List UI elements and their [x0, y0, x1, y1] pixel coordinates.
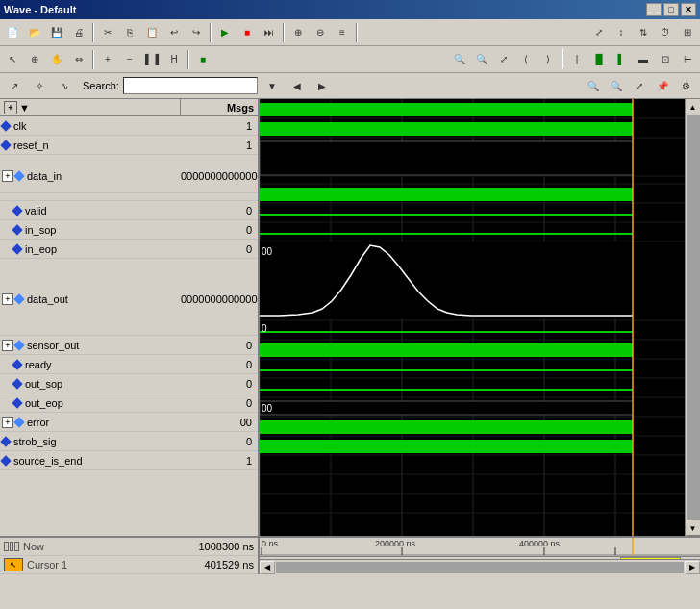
add-signal-button[interactable]: + [97, 49, 118, 70]
zoom-prev-button[interactable]: ⟨ [515, 49, 537, 70]
svg-text:00: 00 [262, 246, 273, 257]
data-in-expand[interactable]: + [2, 170, 13, 182]
main-area: + ▼ Msgs clk 1 reset_n 1 + [0, 99, 700, 536]
zoom-next-button[interactable]: ⟩ [538, 49, 559, 70]
error-expand[interactable]: + [2, 417, 13, 428]
search-input[interactable] [123, 77, 258, 94]
data-out-value: 00000000000000... [181, 290, 258, 305]
signal-header: + ▼ Msgs [0, 99, 258, 116]
hex-button[interactable]: H [163, 49, 185, 70]
h-scrollbar[interactable]: ◀ ▶ [260, 559, 700, 574]
scroll-up-button[interactable]: ▲ [686, 99, 701, 114]
options-button[interactable]: ⚙ [675, 75, 696, 96]
header-expand[interactable]: + [4, 101, 17, 114]
scroll-left-button[interactable]: ◀ [260, 561, 275, 574]
zoom-in3-button[interactable]: 🔍 [583, 75, 604, 96]
save-button[interactable]: 💾 [46, 22, 67, 43]
error-icon [13, 417, 24, 427]
cut-button[interactable]: ✂ [97, 22, 118, 43]
search-next-button[interactable]: ▶ [312, 75, 333, 96]
print-button[interactable]: 🖨 [68, 22, 89, 43]
del-signal-button[interactable]: − [119, 49, 140, 70]
signal-row-data-in: + data_in 00000000000000... [0, 155, 258, 193]
measure-button[interactable]: ⇔ [68, 49, 89, 70]
data-out-expand[interactable]: + [2, 293, 13, 305]
status-icon2 [10, 542, 14, 551]
now-label: Now [23, 541, 44, 552]
signal-row-in-sop: in_sop 0 [0, 220, 258, 240]
snap-grid-button[interactable]: ⊡ [655, 49, 676, 70]
wave-add-button[interactable]: ⊕ [288, 22, 309, 43]
wave-shape-button[interactable]: █ [588, 49, 610, 70]
data-in-icon [13, 170, 24, 181]
scroll-track[interactable] [687, 115, 700, 520]
snap-button[interactable]: ⊞ [677, 22, 698, 43]
signal-row-reset-n: reset_n 1 [0, 136, 258, 155]
wave-del-button[interactable]: ⊖ [310, 22, 331, 43]
search-dropdown-button[interactable]: ▼ [262, 75, 283, 96]
svg-rect-26 [260, 122, 633, 136]
sensor-out-expand[interactable]: + [2, 340, 13, 351]
in-eop-label: in_eop [25, 243, 57, 255]
ruler-svg: 0 ns 200000 ns 400000 ns [260, 538, 700, 557]
wave-mode-button[interactable]: ∿ [54, 75, 75, 96]
strob-sig-label: strob_sig [13, 436, 57, 447]
signal-mode-button[interactable]: ⟡ [29, 75, 50, 96]
zoom-all-button[interactable]: ⤢ [493, 49, 514, 70]
signal-row-clk: clk 1 [0, 116, 258, 136]
signal-row-ready: ready 0 [0, 355, 258, 374]
copy-button[interactable]: ⎘ [119, 22, 140, 43]
open-button[interactable]: 📂 [24, 22, 45, 43]
run-button[interactable]: ▶ [214, 22, 236, 43]
cursor-label: Cursor 1 [27, 559, 67, 571]
stop-button[interactable]: ■ [237, 22, 258, 43]
waveform-area[interactable]: 00 0 00 [260, 99, 685, 536]
color-button[interactable]: ■ [192, 49, 213, 70]
signal-row-strob-sig: strob_sig 0 [0, 432, 258, 451]
search-prev-button[interactable]: ◀ [287, 75, 308, 96]
search-label: Search: [83, 80, 119, 91]
zoom-fit2-button[interactable]: ⤢ [629, 75, 650, 96]
minimize-button[interactable]: _ [646, 3, 662, 16]
zoom-in2-button[interactable]: 🔍 [449, 49, 470, 70]
svg-rect-38 [260, 343, 633, 357]
sep-insert-button[interactable]: ▬ [633, 49, 654, 70]
valid-label: valid [25, 205, 47, 216]
new-button[interactable]: 📄 [2, 22, 23, 43]
cursor1-button[interactable]: | [566, 49, 588, 70]
close-button[interactable]: ✕ [681, 3, 696, 16]
bar-chart-button[interactable]: ▌▐ [141, 49, 162, 70]
zoom-in-button[interactable]: ↕ [611, 22, 632, 43]
time-button[interactable]: ⏱ [655, 22, 676, 43]
bookmark-button[interactable]: 📌 [652, 75, 673, 96]
zoom-out3-button[interactable]: 🔍 [606, 75, 627, 96]
redo-button[interactable]: ↪ [186, 22, 207, 43]
valid-value: 0 [181, 205, 258, 216]
wave-fill-button[interactable]: ▌ [611, 49, 632, 70]
undo-button[interactable]: ↩ [163, 22, 185, 43]
maximize-button[interactable]: □ [663, 3, 679, 16]
title-bar: Wave - Default _ □ ✕ [0, 0, 700, 19]
toolbar2: ↖ ⊕ ✋ ⇔ + − ▌▐ H ■ 🔍 🔍 ⤢ ⟨ ⟩ | █ ▌ ▬ ⊡ ⊢ [0, 46, 700, 73]
cursor-mode-button[interactable]: ↖ [2, 49, 23, 70]
scroll-right-button[interactable]: ▶ [685, 561, 700, 574]
snap2-button[interactable]: ⊢ [677, 49, 698, 70]
ready-label: ready [25, 359, 52, 370]
signal-row-source-is-end: source_is_end 1 [0, 451, 258, 470]
scroll-down-button[interactable]: ▼ [686, 520, 701, 536]
pan-button[interactable]: ✋ [46, 49, 67, 70]
zoom-mode-button[interactable]: ⊕ [24, 49, 45, 70]
data-in-label: data_in [27, 170, 62, 182]
paste-button[interactable]: 📋 [141, 22, 162, 43]
zoom-out2-button[interactable]: 🔍 [471, 49, 492, 70]
msgs-header: Msgs [181, 99, 258, 115]
svg-rect-25 [260, 103, 633, 116]
clk-label: clk [13, 120, 26, 132]
sep1 [92, 23, 94, 42]
search-mode-button[interactable]: ↗ [4, 75, 25, 96]
wave-prop-button[interactable]: ≡ [332, 22, 353, 43]
step-button[interactable]: ⏭ [259, 22, 280, 43]
zoom-out-button[interactable]: ⇅ [633, 22, 654, 43]
h-scroll-track[interactable] [276, 562, 684, 573]
zoom-fit-button[interactable]: ⤢ [588, 22, 610, 43]
